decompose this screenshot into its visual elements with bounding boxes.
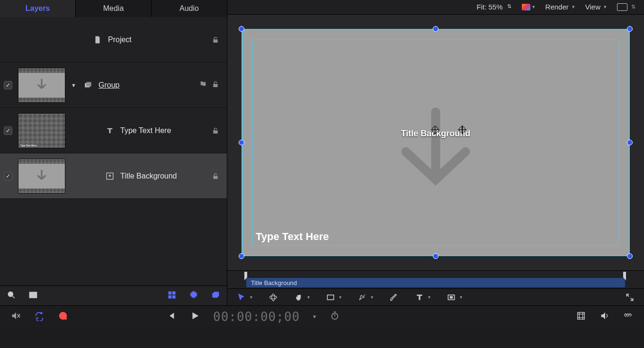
pen-tool[interactable]: ▾ <box>358 293 373 302</box>
expand-icon[interactable] <box>625 293 635 302</box>
layer-thumbnail: Type Text Here <box>18 113 65 148</box>
color-swatch[interactable]: ▾ <box>522 4 535 10</box>
resize-handle[interactable] <box>627 140 633 145</box>
disclosure-triangle[interactable]: ▼ <box>71 82 78 88</box>
svg-point-3 <box>8 292 13 296</box>
view-menu[interactable]: View <box>585 3 607 11</box>
visibility-checkbox[interactable]: ✓ <box>4 81 12 89</box>
canvas-toolbar: Fit: 55% ▾ Render View ⇅ <box>227 0 644 15</box>
layer-thumbnail: Type Text Here <box>18 68 65 103</box>
loop-icon[interactable] <box>34 311 45 323</box>
record-icon[interactable] <box>58 311 68 323</box>
visibility-checkbox[interactable]: ✓ <box>4 172 12 180</box>
transport-bar: 00:00:00;00 ▾ <box>0 305 644 327</box>
layer-label: Title Background <box>120 172 206 180</box>
dropzone-icon <box>105 172 115 180</box>
search-icon[interactable] <box>7 290 16 302</box>
timecode-menu-icon[interactable]: ▾ <box>313 313 316 320</box>
brush-tool[interactable] <box>389 293 399 302</box>
text-icon <box>105 126 115 135</box>
anchor-point[interactable] <box>459 126 465 133</box>
visibility-checkbox[interactable]: ✓ <box>4 126 12 135</box>
layer-label: Project <box>108 36 206 44</box>
layer-row-project[interactable]: Project <box>0 17 227 62</box>
drop-zone[interactable]: Title Background Type Text Here <box>242 29 630 256</box>
select-tool[interactable]: ▾ <box>237 293 252 302</box>
checker-icon[interactable] <box>167 290 177 302</box>
keyframes-icon[interactable] <box>623 311 634 323</box>
out-marker-icon[interactable] <box>621 272 626 280</box>
lock-icon[interactable] <box>212 127 219 134</box>
volume-icon[interactable] <box>599 311 610 323</box>
fit-zoom[interactable]: Fit: 55% <box>477 3 511 11</box>
layer-label[interactable]: Group <box>98 81 194 89</box>
mute-icon[interactable] <box>10 311 21 323</box>
canvas-tool-row: ▾ ▾ ▾ ▾ ▾ ▾ <box>227 288 644 305</box>
group-icon <box>83 81 93 89</box>
lock-icon[interactable] <box>212 80 219 90</box>
render-menu[interactable]: Render <box>546 3 575 11</box>
project-icon <box>93 36 102 44</box>
canvas-text-placeholder[interactable]: Type Text Here <box>256 231 329 243</box>
sidebar-tabs: Layers Media Audio <box>0 0 227 17</box>
svg-rect-17 <box>450 296 453 298</box>
tab-audio[interactable]: Audio <box>152 0 227 17</box>
svg-rect-1 <box>86 82 91 86</box>
resize-handle[interactable] <box>627 26 633 32</box>
sidebar-footer <box>0 286 227 305</box>
layers-list: Project ✓ Type Text Here ▼ Group <box>0 17 227 286</box>
svg-rect-20 <box>578 312 585 319</box>
canvas-area: Fit: 55% ▾ Render View ⇅ Title Backgroun… <box>227 0 644 305</box>
text-tool[interactable]: ▾ <box>415 293 430 302</box>
rotate-tool[interactable] <box>268 293 278 302</box>
resize-handle[interactable] <box>239 26 244 32</box>
flag-icon[interactable] <box>199 80 207 90</box>
svg-point-18 <box>64 317 67 320</box>
svg-rect-8 <box>169 295 172 298</box>
svg-rect-5 <box>31 294 35 296</box>
svg-rect-7 <box>172 291 176 294</box>
tab-layers[interactable]: Layers <box>0 0 76 17</box>
lock-icon[interactable] <box>212 172 219 180</box>
timecode[interactable]: 00:00:00;00 <box>213 310 300 324</box>
resize-handle[interactable] <box>433 26 438 32</box>
lock-icon[interactable] <box>212 36 219 44</box>
sidebar: Layers Media Audio Project ✓ <box>0 0 227 305</box>
svg-rect-15 <box>327 295 333 300</box>
play-icon[interactable] <box>189 311 200 323</box>
filmstrip-icon[interactable] <box>576 311 586 323</box>
rect-tool[interactable]: ▾ <box>326 293 341 302</box>
layer-row-text[interactable]: ✓ Type Text Here Type Text Here <box>0 108 227 153</box>
in-marker-icon[interactable] <box>244 272 249 280</box>
gear-icon[interactable] <box>189 290 198 302</box>
timeline-ruler[interactable] <box>227 271 644 278</box>
svg-rect-9 <box>172 295 176 298</box>
anchor-point[interactable] <box>432 126 438 133</box>
svg-rect-6 <box>169 291 172 294</box>
mini-timeline: Title Background <box>227 270 644 289</box>
stopwatch-icon[interactable] <box>330 311 340 323</box>
layer-row-group[interactable]: ✓ Type Text Here ▼ Group <box>0 62 227 108</box>
resize-handle[interactable] <box>239 253 244 259</box>
frame-icon[interactable] <box>28 290 38 302</box>
resize-handle[interactable] <box>433 253 438 259</box>
dropzone-arrow-icon <box>379 102 492 203</box>
clip-bar[interactable]: Title Background <box>246 278 625 287</box>
resize-handle[interactable] <box>627 253 633 259</box>
viewport[interactable]: Title Background Type Text Here <box>227 15 644 270</box>
svg-rect-12 <box>214 292 219 296</box>
monitor-toggle[interactable]: ⇅ <box>617 3 635 11</box>
layer-thumbnail <box>18 159 65 194</box>
pan-tool[interactable]: ▾ <box>294 293 310 302</box>
svg-point-14 <box>272 294 275 301</box>
resize-handle[interactable] <box>239 140 244 145</box>
layer-label: Type Text Here <box>120 126 206 135</box>
layer-row-title-background[interactable]: ✓ Title Background <box>0 153 227 199</box>
stack-icon[interactable] <box>211 290 220 302</box>
mask-tool[interactable]: ▾ <box>447 293 462 302</box>
svg-point-13 <box>270 295 277 299</box>
go-to-start-icon[interactable] <box>166 311 176 323</box>
tab-media[interactable]: Media <box>76 0 152 17</box>
